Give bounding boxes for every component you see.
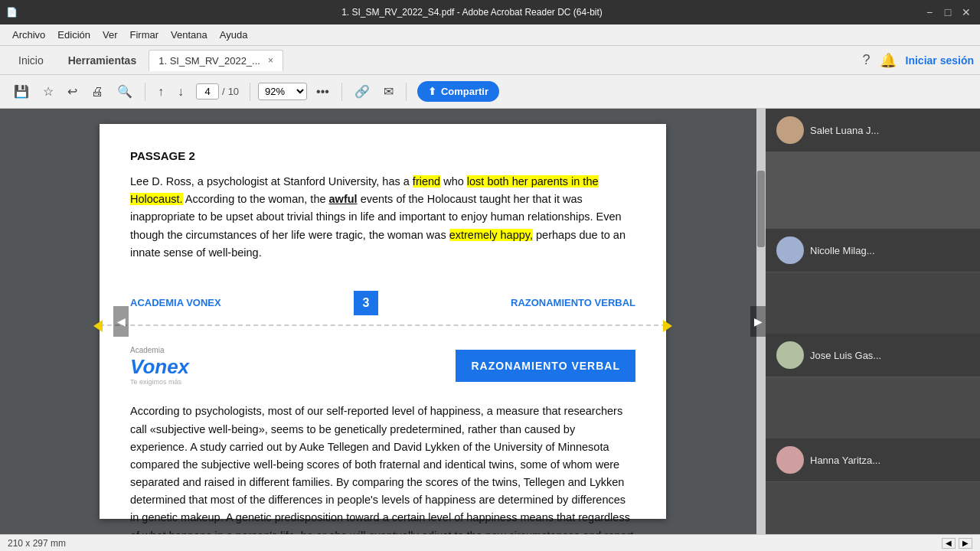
highlight-phrase1: lost both her parents in the Holocaust. bbox=[130, 175, 599, 205]
scroll-navigation: ◀ ▶ bbox=[942, 538, 972, 549]
vonex-tagline: Te exigimos más bbox=[130, 377, 189, 387]
more-button[interactable]: ••• bbox=[312, 82, 334, 102]
undo-button[interactable]: ↩ bbox=[63, 81, 82, 102]
page-separator: / bbox=[222, 86, 225, 97]
page-separator-dashed bbox=[100, 324, 666, 326]
help-icon[interactable]: ? bbox=[863, 52, 871, 68]
restore-button[interactable]: □ bbox=[940, 5, 956, 20]
menu-ayuda[interactable]: Ayuda bbox=[214, 26, 254, 44]
passage-title: PASSAGE 2 bbox=[130, 147, 635, 165]
tab-document[interactable]: 1. SI_SM_RV_2022_... × bbox=[149, 50, 283, 71]
toolbar-separator2 bbox=[250, 83, 250, 101]
page-dimensions: 210 x 297 mm bbox=[8, 538, 66, 549]
user-thumbnail-3 bbox=[766, 377, 980, 439]
page-number-input[interactable] bbox=[196, 83, 219, 99]
user-thumbnail-1 bbox=[766, 152, 980, 229]
share-button[interactable]: ⬆ Compartir bbox=[417, 81, 499, 102]
toolbar-separator3 bbox=[341, 83, 342, 101]
minimize-button[interactable]: − bbox=[922, 5, 937, 20]
underline-awful: awful bbox=[329, 193, 358, 205]
sidebar: Salet Luana J... Nicolle Milag... Jose L… bbox=[766, 109, 980, 534]
tab-close-button[interactable]: × bbox=[268, 55, 273, 66]
save-button[interactable]: 💾 bbox=[9, 81, 34, 102]
menu-ventana[interactable]: Ventana bbox=[165, 26, 214, 44]
avatar-4 bbox=[776, 446, 804, 474]
passage-paragraph1: Lee D. Ross, a psychologist at Stanford … bbox=[130, 173, 635, 262]
page-navigation: / 10 bbox=[196, 83, 239, 99]
highlight-friend: friend bbox=[413, 175, 440, 187]
nav-arrow-left[interactable]: ◀ bbox=[113, 306, 129, 337]
vonex-logo: Academia Vonex Te exigimos más bbox=[130, 344, 189, 387]
toolbar-separator bbox=[145, 83, 145, 101]
tab-herramientas[interactable]: Herramientas bbox=[56, 48, 149, 73]
user-name-3: Jose Luis Gas... bbox=[810, 350, 881, 361]
avatar-3 bbox=[776, 341, 804, 369]
highlight-happy: extremely happy, bbox=[449, 229, 533, 241]
toolbar-separator4 bbox=[406, 83, 407, 101]
upload-button[interactable]: ↑ bbox=[153, 82, 168, 102]
user-name-4: Hanna Yaritza... bbox=[810, 455, 880, 466]
razonamiento-badge: RAZONAMIENTO VERBAL bbox=[456, 350, 635, 382]
toolbar: 💾 ☆ ↩ 🖨 🔍 ↑ ↓ / 10 92% 75% 100% 125% 150… bbox=[0, 75, 980, 109]
print-button[interactable]: 🖨 bbox=[87, 82, 108, 102]
email-button[interactable]: ✉ bbox=[379, 81, 398, 102]
menu-archivo[interactable]: Archivo bbox=[6, 26, 51, 44]
menu-ver[interactable]: Ver bbox=[96, 26, 124, 44]
page-footer: ACADEMIA VONEX 3 RAZONAMIENTO VERBAL bbox=[130, 285, 635, 315]
menu-bar: Archivo Edición Ver Firmar Ventana Ayuda bbox=[0, 24, 980, 46]
footer-page-number: 3 bbox=[354, 291, 378, 315]
window-title: 1. SI_SM_RV_2022_S4.pdf - Adobe Acrobat … bbox=[22, 7, 922, 18]
main-content: ◀ PASSAGE 2 Lee D. Ross, a psychologist … bbox=[0, 109, 980, 534]
nav-arrow-right[interactable]: ▶ bbox=[750, 306, 766, 337]
tab-doc-label: 1. SI_SM_RV_2022_... bbox=[158, 55, 260, 67]
notification-icon[interactable]: 🔔 bbox=[880, 52, 897, 69]
tab-inicio[interactable]: Inicio bbox=[6, 48, 56, 73]
zoom-out-button[interactable]: 🔍 bbox=[113, 81, 137, 102]
avatar-1 bbox=[776, 116, 804, 144]
footer-left: ACADEMIA VONEX bbox=[130, 295, 221, 311]
page2-header: Academia Vonex Te exigimos más RAZONAMIE… bbox=[130, 344, 635, 387]
scroll-left-button[interactable]: ◀ bbox=[942, 538, 956, 549]
avatar-2 bbox=[776, 236, 804, 264]
tab-bar: Inicio Herramientas 1. SI_SM_RV_2022_...… bbox=[0, 46, 980, 75]
vonex-text: Vonex bbox=[130, 357, 189, 377]
passage-paragraph2: According to psychologists, most of our … bbox=[130, 403, 635, 534]
bookmark-button[interactable]: ☆ bbox=[38, 81, 58, 102]
scrollbar-thumb[interactable] bbox=[757, 171, 765, 247]
title-bar: 📄 1. SI_SM_RV_2022_S4.pdf - Adobe Acroba… bbox=[0, 0, 980, 24]
footer-right: RAZONAMIENTO VERBAL bbox=[511, 295, 635, 311]
scroll-right-button[interactable]: ▶ bbox=[959, 538, 972, 549]
share-label: Compartir bbox=[441, 86, 488, 97]
sign-in-button[interactable]: Iniciar sesión bbox=[906, 54, 974, 67]
zoom-select[interactable]: 92% 75% 100% 125% 150% bbox=[258, 83, 307, 100]
pdf-page: PASSAGE 2 Lee D. Ross, a psychologist at… bbox=[100, 124, 666, 519]
window-controls: − □ ✕ bbox=[922, 5, 974, 20]
sidebar-user-4: Hanna Yaritza... bbox=[766, 439, 980, 482]
menu-edicion[interactable]: Edición bbox=[51, 26, 96, 44]
sidebar-user-1: Salet Luana J... bbox=[766, 109, 980, 152]
download-button[interactable]: ↓ bbox=[173, 82, 188, 102]
share-icon: ⬆ bbox=[428, 86, 436, 97]
user-name-1: Salet Luana J... bbox=[810, 125, 879, 136]
sidebar-user-3: Jose Luis Gas... bbox=[766, 334, 980, 377]
user-name-2: Nicolle Milag... bbox=[810, 245, 875, 256]
app-icon: 📄 bbox=[6, 7, 18, 18]
user-thumbnail-2 bbox=[766, 272, 980, 334]
sidebar-user-2: Nicolle Milag... bbox=[766, 229, 980, 272]
status-bar: 210 x 297 mm ◀ ▶ bbox=[0, 534, 980, 551]
link-button[interactable]: 🔗 bbox=[350, 81, 374, 102]
user-thumbnail-4 bbox=[766, 482, 980, 534]
close-button[interactable]: ✕ bbox=[959, 5, 974, 20]
page-total: 10 bbox=[228, 86, 239, 97]
tab-bar-right: ? 🔔 Iniciar sesión bbox=[863, 52, 975, 69]
menu-firmar[interactable]: Firmar bbox=[124, 26, 165, 44]
